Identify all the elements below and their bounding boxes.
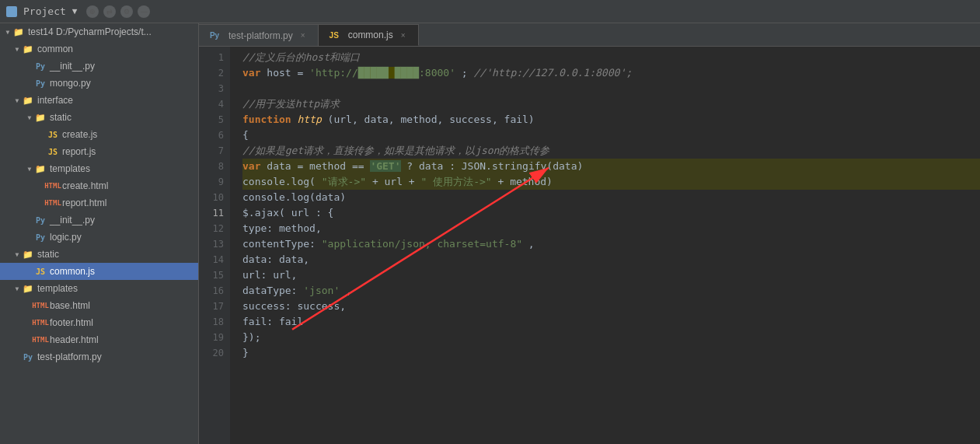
code-func-5: http xyxy=(297,114,321,125)
templates1-arrow: ▼ xyxy=(25,164,34,173)
sidebar-item-init-py2[interactable]: Py __init__.py xyxy=(0,212,198,229)
code-line-13: contentType: "application/json; charset=… xyxy=(242,236,980,252)
sidebar-item-report-js[interactable]: JS report.js xyxy=(0,143,198,160)
base-html-label: base.html xyxy=(50,300,90,311)
create-js-arrow xyxy=(37,130,47,139)
static1-folder-label: static xyxy=(50,112,71,123)
sidebar-item-test-platform-py[interactable]: Py test-platform.py xyxy=(0,348,198,365)
sidebar-item-report-html[interactable]: HTML report.html xyxy=(0,194,198,212)
init-py2-label: __init__.py xyxy=(50,215,95,225)
code-line-1: //定义后台的host和端口 xyxy=(242,50,980,65)
code-colon-11: : { xyxy=(316,207,333,219)
minimize-btn[interactable]: — xyxy=(138,5,150,18)
tab-js-close[interactable]: × xyxy=(398,30,409,40)
code-line-15: url: url, xyxy=(242,267,980,283)
code-line-17: success: success, xyxy=(242,299,980,314)
sidebar-item-static-folder1[interactable]: ▼ 📁 static xyxy=(0,109,198,126)
report-js-arrow xyxy=(37,147,47,156)
code-line-6: { xyxy=(242,128,980,143)
code-kw-5: function xyxy=(242,114,291,125)
ln-18: 18 xyxy=(199,314,230,330)
tab-bar: Py test-platform.py × JS common.js × xyxy=(199,23,980,47)
interface-folder-label: interface xyxy=(37,95,73,106)
templates1-folder-icon: 📁 xyxy=(34,163,47,175)
sidebar-item-common-js[interactable]: JS common.js xyxy=(0,263,198,280)
init-py-label: __init__.py xyxy=(50,61,95,72)
code-line-2: var host = 'http://█████ ████:8000' ; //… xyxy=(242,65,980,81)
tab-python[interactable]: Py test-platform.py × xyxy=(199,24,319,46)
sidebar-item-mongo-py[interactable]: Py mongo.py xyxy=(0,75,198,92)
code-var-2: var xyxy=(242,67,260,79)
logic-py-icon: Py xyxy=(34,231,47,243)
code-text-4: //用于发送http请求 xyxy=(242,98,340,110)
code-content[interactable]: //定义后台的host和端口 var host = 'http://█████ … xyxy=(230,47,980,444)
add-module-btn[interactable]: ⊕ xyxy=(86,5,99,18)
root-folder-icon: 📁 xyxy=(12,26,25,38)
sidebar-item-create-html[interactable]: HTML create.html xyxy=(0,177,198,194)
settings-btn[interactable]: ⚙ xyxy=(120,5,133,18)
code-line-11: $.ajax( url : { xyxy=(242,205,980,221)
tab-python-icon: Py xyxy=(208,30,221,42)
code-line-18: fail: fail xyxy=(242,314,980,330)
title-actions: ⊕ ⇄ ⚙ — xyxy=(86,5,150,18)
code-editor-wrapper: 1 2 3 4 5 6 7 8 9 10 11 12 13 14 15 16 1 xyxy=(199,47,980,444)
create-js-label: create.js xyxy=(62,129,97,140)
code-line-9: console.log( "请求->" + url + " 使用方法->" + … xyxy=(242,174,980,190)
code-line-14: data: data, xyxy=(242,252,980,267)
sidebar-item-footer-html[interactable]: HTML footer.html xyxy=(0,314,198,331)
ln-3: 3 xyxy=(199,81,230,96)
logic-arrow xyxy=(25,232,34,242)
code-comma-16: , xyxy=(346,285,352,296)
code-get-8: 'GET' xyxy=(370,160,400,172)
code-text-11: $.ajax( xyxy=(242,207,285,219)
base-html-icon: HTML xyxy=(34,299,47,312)
sync-btn[interactable]: ⇄ xyxy=(103,5,116,18)
report-js-icon: JS xyxy=(47,145,59,158)
common-arrow: ▼ xyxy=(12,44,22,54)
code-plain-8: data = method == xyxy=(267,160,370,172)
sidebar-item-templates-folder2[interactable]: ▼ 📁 templates xyxy=(0,280,198,297)
sidebar-item-common-folder[interactable]: ▼ 📁 common xyxy=(0,40,198,58)
templates1-folder-label: templates xyxy=(50,163,90,174)
ln-11: 11 xyxy=(199,205,230,221)
sidebar-item-init-py[interactable]: Py __init__.py xyxy=(0,58,198,75)
code-line-16: dataType: 'json' , xyxy=(242,283,980,299)
project-icon xyxy=(6,6,17,17)
code-text-19: }); xyxy=(242,331,260,343)
ln-9: 9 xyxy=(199,174,230,190)
code-str-9: "请求->" xyxy=(322,176,366,187)
footer-html-icon: HTML xyxy=(34,316,47,329)
code-var-8: var xyxy=(242,160,260,172)
test-platform-icon: Py xyxy=(22,351,34,363)
tree-root[interactable]: ▼ 📁 test14 D:/PycharmProjects/t... xyxy=(0,23,198,40)
tab-js-icon: JS xyxy=(328,29,340,41)
project-dropdown[interactable]: ▼ xyxy=(72,6,78,16)
code-editor[interactable]: 1 2 3 4 5 6 7 8 9 10 11 12 13 14 15 16 1 xyxy=(199,47,980,444)
tab-js[interactable]: JS common.js × xyxy=(319,24,419,46)
common-folder-icon: 📁 xyxy=(22,43,34,55)
static2-folder-icon: 📁 xyxy=(22,248,34,260)
ln-19: 19 xyxy=(199,330,230,345)
test-platform-label: test-platform.py xyxy=(37,351,102,362)
code-str-9b: " 使用方法->" xyxy=(421,176,492,187)
init2-arrow xyxy=(25,215,34,225)
code-brace-6: { xyxy=(242,129,249,141)
header-html-icon: HTML xyxy=(34,334,47,346)
sidebar-item-header-html[interactable]: HTML header.html xyxy=(0,331,198,348)
code-comma-13: , xyxy=(528,238,535,250)
sidebar-item-static-folder2[interactable]: ▼ 📁 static xyxy=(0,246,198,263)
tab-python-close[interactable]: × xyxy=(298,30,309,41)
report-html-label: report.html xyxy=(62,198,106,208)
create-js-icon: JS xyxy=(47,128,59,141)
ln-8: 8 xyxy=(199,159,230,174)
sidebar-item-templates-folder1[interactable]: ▼ 📁 templates xyxy=(0,160,198,177)
ln-16: 16 xyxy=(199,283,230,299)
sidebar-item-base-html[interactable]: HTML base.html xyxy=(0,297,198,314)
code-text-1: //定义后台的host和端口 xyxy=(242,51,360,63)
sidebar-item-logic-py[interactable]: Py logic.py xyxy=(0,229,198,246)
sidebar-item-create-js[interactable]: JS create.js xyxy=(0,126,198,143)
sidebar-item-interface-folder[interactable]: ▼ 📁 interface xyxy=(0,92,198,109)
ln-17: 17 xyxy=(199,299,230,314)
mongo-py-icon: Py xyxy=(34,77,47,89)
interface-folder-icon: 📁 xyxy=(22,94,34,107)
